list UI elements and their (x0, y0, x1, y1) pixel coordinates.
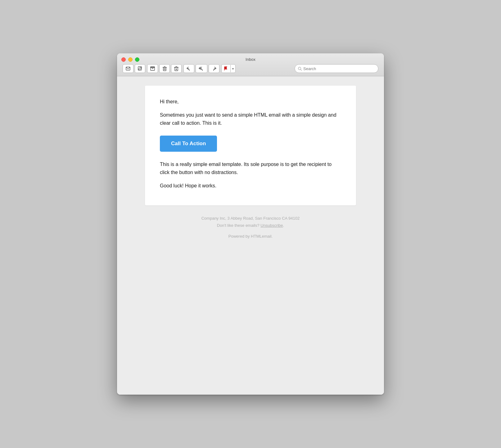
flag-button[interactable] (222, 65, 231, 72)
window-title: Inbox (246, 57, 255, 62)
new-message-button[interactable] (123, 64, 133, 73)
unsubscribe-prefix: Don't like these emails? (217, 223, 261, 228)
window-controls (121, 57, 139, 62)
titlebar: Inbox (117, 53, 384, 76)
unsubscribe-link[interactable]: Unsubscribe (260, 223, 283, 228)
footer-powered: Powered by HTMLemail. (145, 234, 356, 239)
email-card: Hi there, Sometimes you just want to sen… (145, 86, 356, 205)
reply-button[interactable] (183, 64, 194, 73)
forward-button[interactable] (209, 64, 219, 73)
email-closing: Good luck! Hope it works. (160, 182, 341, 190)
svg-rect-0 (126, 67, 130, 70)
cta-button[interactable]: Call To Action (160, 136, 217, 152)
reply-all-button[interactable] (196, 64, 207, 73)
titlebar-top: Inbox (121, 57, 380, 62)
email-intro: Sometimes you just want to send a simple… (160, 111, 341, 127)
search-box (295, 64, 378, 73)
junk-button[interactable] (171, 64, 182, 73)
unsubscribe-suffix: . (283, 223, 284, 228)
footer-unsubscribe-line: Don't like these emails? Unsubscribe. (145, 223, 356, 228)
email-footer: Company Inc, 3 Abbey Road, San Francisco… (145, 215, 356, 239)
compose-button[interactable] (135, 64, 145, 73)
email-greeting: Hi there, (160, 98, 341, 105)
toolbar: ▾ (121, 64, 380, 73)
flag-button-group[interactable]: ▾ (221, 64, 236, 73)
search-icon (298, 67, 302, 71)
trash-button[interactable] (159, 64, 170, 73)
compose-group (123, 64, 145, 73)
action-group (147, 64, 182, 73)
minimize-button[interactable] (128, 57, 133, 62)
email-followup: This is a really simple email template. … (160, 160, 341, 176)
archive-button[interactable] (147, 64, 158, 73)
search-input[interactable] (303, 66, 375, 71)
flag-dropdown-arrow[interactable]: ▾ (231, 65, 235, 72)
content-area: Hi there, Sometimes you just want to sen… (117, 76, 384, 395)
reply-group (183, 64, 219, 73)
maximize-button[interactable] (135, 57, 139, 62)
svg-line-18 (300, 69, 301, 70)
footer-address: Company Inc, 3 Abbey Road, San Francisco… (145, 215, 356, 222)
mail-window: Inbox (117, 53, 384, 395)
close-button[interactable] (121, 57, 126, 62)
